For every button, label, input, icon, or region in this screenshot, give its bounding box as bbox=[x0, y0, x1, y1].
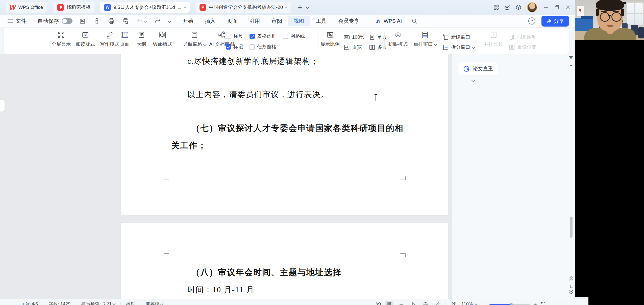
checkbox-box bbox=[283, 34, 288, 39]
zoom-slider-handle[interactable] bbox=[510, 303, 513, 305]
menu-reference[interactable]: 引用 bbox=[243, 16, 266, 26]
home-tab[interactable]: W WPS Office bbox=[6, 2, 47, 13]
menu-review[interactable]: 审阅 bbox=[266, 16, 288, 26]
apps-cube-icon[interactable] bbox=[513, 2, 524, 12]
wps-ai-label: WPS AI bbox=[384, 18, 402, 24]
write-mode-status-button[interactable] bbox=[433, 301, 442, 305]
fit-page-button[interactable] bbox=[449, 301, 458, 305]
menu-view[interactable]: 视图 bbox=[288, 16, 310, 26]
cloud-upload-icon[interactable] bbox=[528, 17, 536, 25]
select-browse-object-button[interactable] bbox=[570, 285, 573, 288]
scroll-jump-icon[interactable] bbox=[569, 56, 573, 59]
page-indicator[interactable]: 页面: 4/5 bbox=[15, 301, 43, 305]
menu-insert[interactable]: 插入 bbox=[199, 16, 221, 26]
page-view-mode-button[interactable] bbox=[385, 301, 393, 305]
more-quick-actions-chevron-icon[interactable] bbox=[168, 19, 171, 23]
document-page-2[interactable]: （八）审议年会时间、主题与地址选择 时间：10 月-11 月 bbox=[121, 223, 448, 299]
zoom-100-button[interactable]: 100% bbox=[343, 34, 364, 40]
tab-document-active[interactable]: W 9.5日人才专委会+议题汇总.d bbox=[100, 2, 190, 13]
close-window-button[interactable] bbox=[562, 2, 574, 12]
panel-collapse-chevron-icon[interactable] bbox=[471, 78, 475, 82]
rearrange-windows-button[interactable]: 重排窗口 bbox=[411, 31, 439, 48]
minimize-button[interactable] bbox=[540, 2, 551, 12]
full-screen-icon bbox=[57, 31, 65, 39]
word-count[interactable]: 字数: 1429 bbox=[43, 301, 76, 305]
zoom-level-control[interactable]: 110% bbox=[461, 301, 477, 305]
web-layout-button[interactable]: Web版式 bbox=[150, 31, 175, 48]
tab-docer-template[interactable]: 找稻壳模板 bbox=[53, 2, 94, 13]
menu-member[interactable]: 会员专享 bbox=[332, 16, 365, 26]
menu-tools[interactable]: 工具 bbox=[310, 16, 332, 26]
plagiarism-check-button[interactable]: 论文查重 bbox=[458, 62, 498, 75]
margin-corner-mark bbox=[400, 176, 406, 180]
tab-pdf[interactable]: P 中国创造学会分支机构考核办法-20 bbox=[195, 2, 291, 13]
web-mode-status-button[interactable] bbox=[421, 301, 430, 305]
main-menus: 开始 插入 页面 引用 审阅 视图 工具 会员专享 WPS AI bbox=[177, 16, 418, 26]
read-mode-button[interactable]: 阅读版式 bbox=[73, 31, 97, 48]
search-icon[interactable] bbox=[411, 18, 418, 24]
outline-mode-button[interactable] bbox=[397, 301, 406, 305]
full-screen-button[interactable]: 全屏显示 bbox=[49, 31, 73, 48]
autosave-toggle[interactable] bbox=[62, 18, 72, 24]
spell-check-status[interactable]: 拼写检查: 关闭 bbox=[76, 301, 120, 305]
tab-list-chevron-icon[interactable] bbox=[306, 6, 309, 9]
file-menu[interactable]: 文件 bbox=[8, 17, 26, 25]
outline-view-button[interactable]: 大纲 bbox=[133, 31, 150, 48]
nav-pane-button[interactable]: 导航窗格 bbox=[181, 31, 208, 48]
next-page-button[interactable] bbox=[569, 289, 573, 294]
task-grid-icon[interactable] bbox=[491, 2, 502, 12]
wps-ai-icon bbox=[375, 18, 381, 24]
page-width-button[interactable]: 页宽 bbox=[343, 44, 362, 51]
chair bbox=[638, 27, 644, 38]
split-window-button[interactable]: 拆分窗口 bbox=[442, 44, 475, 51]
blue-cabinet-top bbox=[581, 16, 593, 19]
checkbox-markup[interactable]: 标记 bbox=[226, 43, 243, 50]
checkbox-table-gridlines[interactable]: 表格虚框 bbox=[250, 33, 276, 39]
previous-page-button[interactable] bbox=[569, 277, 573, 281]
eye-protect-status-icon[interactable] bbox=[375, 301, 381, 305]
zoom-slider[interactable] bbox=[489, 304, 530, 305]
checkbox-ruler[interactable]: 标尺 bbox=[226, 33, 243, 39]
share-button[interactable]: 分享 bbox=[541, 16, 569, 27]
document-page-1[interactable]: c.尽快搭建创新学的底层逻辑架构； 以上内容，请委员们审议，进行表决。 （七）审… bbox=[121, 54, 448, 215]
plagiarism-check-icon bbox=[463, 66, 470, 72]
webcam-video[interactable] bbox=[575, 0, 644, 40]
split-window-icon bbox=[442, 44, 449, 51]
sync-scroll-button: 同步滚动 bbox=[509, 34, 536, 40]
redo-button[interactable] bbox=[154, 18, 161, 24]
fullscreen-status-icon[interactable] bbox=[540, 301, 546, 305]
read-mode-status-button[interactable] bbox=[409, 301, 418, 305]
proofread-button[interactable]: 校对 bbox=[121, 301, 140, 305]
doc-line: c.尽快搭建创新学的底层逻辑架构； bbox=[187, 56, 319, 67]
page-view-button[interactable]: 页面 bbox=[117, 31, 133, 48]
menu-page[interactable]: 页面 bbox=[221, 16, 243, 26]
assistant-robot-icon[interactable] bbox=[502, 2, 513, 12]
print-icon[interactable] bbox=[108, 18, 115, 25]
new-window-button[interactable]: 新建窗口 bbox=[442, 34, 470, 40]
zoom-out-button[interactable]: − bbox=[482, 300, 486, 305]
zoom-level-value: 110% bbox=[461, 301, 473, 305]
wps-ai-menu[interactable]: WPS AI bbox=[373, 18, 404, 24]
scroll-up-arrow[interactable] bbox=[569, 64, 573, 66]
export-pdf-icon[interactable] bbox=[93, 18, 100, 25]
checkbox-grid[interactable]: 网格线 bbox=[283, 33, 305, 39]
user-avatar[interactable] bbox=[527, 2, 537, 12]
wps-doc-icon: W bbox=[104, 4, 111, 11]
eye-protect-mode-button[interactable]: 护眼模式 bbox=[387, 31, 409, 48]
tab-label: 找稻壳模板 bbox=[66, 4, 90, 11]
glasses-bridge bbox=[608, 15, 611, 16]
zoom-in-button[interactable]: + bbox=[533, 301, 537, 305]
sidebar-handle[interactable] bbox=[0, 100, 5, 112]
save-icon[interactable] bbox=[79, 18, 86, 25]
undo-button[interactable] bbox=[137, 18, 147, 24]
restore-window-button[interactable] bbox=[551, 2, 562, 12]
zoom-ratio-button[interactable]: 显示比例 bbox=[320, 31, 340, 48]
menu-start[interactable]: 开始 bbox=[177, 16, 199, 26]
new-tab-button[interactable]: + bbox=[298, 4, 302, 11]
single-page-icon bbox=[369, 34, 375, 40]
tab-label: 9.5日人才专委会+议题汇总.d bbox=[113, 4, 175, 11]
vertical-scrollbar-thumb[interactable] bbox=[570, 216, 573, 238]
menu-bar: 文件 自动保存 开始 插入 页面 引用 审阅 视图 工具 会员专享 bbox=[0, 15, 575, 27]
print-preview-icon[interactable] bbox=[122, 18, 129, 25]
checkbox-task-pane[interactable]: 任务窗格 bbox=[250, 43, 276, 50]
